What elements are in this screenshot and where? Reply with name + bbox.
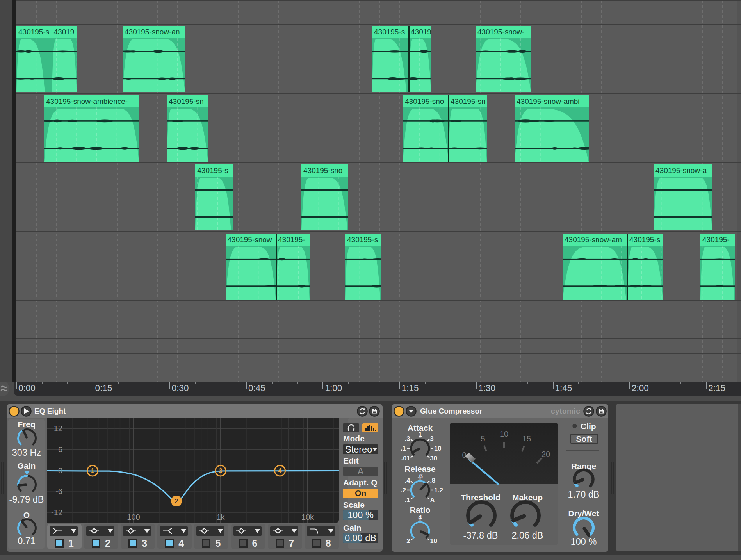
svg-text:10: 10 [434, 445, 441, 452]
svg-text:1.2: 1.2 [434, 487, 443, 494]
svg-text:.1: .1 [401, 445, 406, 452]
svg-text:30: 30 [430, 455, 437, 462]
svg-text:20: 20 [542, 450, 550, 458]
svg-text:.2: .2 [401, 487, 406, 494]
svg-text:A: A [430, 496, 435, 503]
svg-text:10: 10 [500, 430, 508, 438]
svg-text:0: 0 [462, 451, 466, 459]
svg-text:15: 15 [522, 434, 531, 443]
svg-text:.01: .01 [401, 455, 410, 462]
svg-text:2: 2 [406, 537, 410, 544]
svg-text:4: 4 [418, 514, 422, 521]
svg-text:.3: .3 [405, 435, 410, 442]
svg-text:5: 5 [481, 434, 485, 443]
svg-text:10: 10 [430, 537, 437, 544]
svg-text:.8: .8 [430, 477, 436, 484]
svg-text:1: 1 [418, 431, 422, 438]
svg-text:3: 3 [430, 435, 434, 442]
svg-text:.1: .1 [405, 496, 410, 503]
svg-text:.6: .6 [417, 473, 423, 480]
svg-text:.4: .4 [405, 477, 411, 484]
